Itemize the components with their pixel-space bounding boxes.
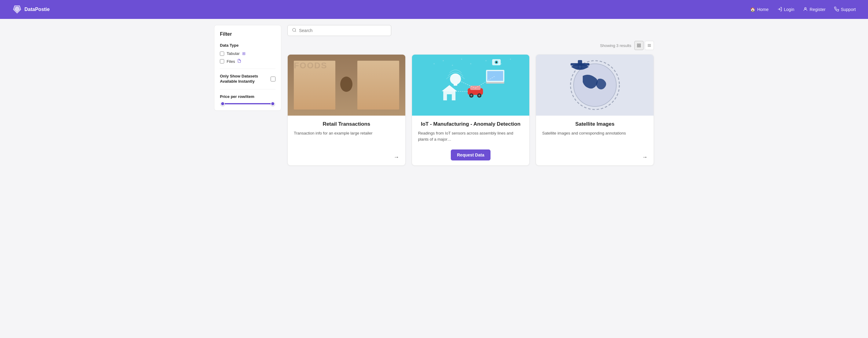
- nav-login[interactable]: Login: [777, 7, 795, 12]
- svg-point-16: [452, 65, 453, 66]
- svg-rect-6: [638, 44, 639, 45]
- svg-rect-34: [486, 82, 504, 83]
- svg-point-29: [478, 95, 480, 96]
- instantly-checkbox[interactable]: [271, 76, 276, 81]
- nav-login-label: Login: [784, 7, 795, 12]
- svg-line-5: [295, 31, 296, 32]
- svg-point-28: [470, 95, 472, 96]
- nav-home[interactable]: 🏠 Home: [750, 7, 769, 12]
- view-toggle: [634, 41, 654, 50]
- main-container: Filter Data Type Tabular ⊞ Files Only Sh…: [205, 19, 663, 172]
- login-icon: [777, 7, 782, 12]
- card-retail-image: [288, 55, 405, 115]
- card-grid: Retail Transactions Transaction info for…: [287, 54, 654, 166]
- svg-point-21: [510, 59, 511, 60]
- svg-rect-46: [570, 63, 589, 66]
- svg-rect-32: [447, 94, 452, 100]
- tabular-checkbox[interactable]: [220, 52, 224, 56]
- brand-logo-icon: [12, 5, 22, 14]
- files-label: Files: [227, 59, 235, 64]
- card-iot-title: IoT - Manufacturing - Anomaly Detection: [418, 121, 524, 127]
- brand[interactable]: DataPostie: [12, 5, 50, 14]
- nav-support-label: Support: [841, 7, 856, 12]
- svg-rect-8: [638, 46, 639, 47]
- card-retail-transactions: Retail Transactions Transaction info for…: [287, 54, 406, 166]
- filter-tabular[interactable]: Tabular ⊞: [220, 51, 276, 56]
- card-iot-body: IoT - Manufacturing - Anomaly Detection …: [412, 115, 530, 146]
- iot-illustration: [412, 55, 530, 115]
- grid-icon: [637, 43, 641, 47]
- svg-rect-7: [639, 44, 641, 45]
- list-icon: [647, 43, 651, 47]
- search-box: [287, 25, 391, 36]
- instantly-row: Only Show Datasets Available Instantly: [220, 74, 276, 84]
- satellite-illustration: [564, 58, 625, 112]
- tabular-label: Tabular: [227, 51, 240, 56]
- svg-point-19: [485, 60, 487, 61]
- svg-point-15: [442, 60, 444, 61]
- svg-point-18: [470, 63, 471, 64]
- svg-rect-9: [639, 46, 641, 47]
- card-retail-arrow[interactable]: →: [394, 154, 399, 161]
- card-retail-footer: →: [288, 151, 405, 165]
- svg-point-41: [495, 61, 497, 63]
- support-icon: [834, 7, 839, 12]
- svg-point-4: [292, 28, 296, 31]
- results-count: Showing 3 results: [600, 43, 631, 48]
- price-range-slider[interactable]: [220, 103, 276, 104]
- data-type-heading: Data Type: [220, 43, 276, 47]
- card-retail-desc: Transaction info for an example large re…: [294, 130, 399, 147]
- sidebar-title: Filter: [220, 31, 276, 37]
- tabular-icon: ⊞: [242, 51, 246, 56]
- content-area: Showing 3 results: [287, 25, 654, 166]
- search-icon: [292, 28, 297, 33]
- svg-point-17: [461, 59, 462, 60]
- range-track: [220, 103, 275, 104]
- request-data-button[interactable]: Request Data: [451, 149, 490, 161]
- svg-point-3: [804, 7, 806, 9]
- nav-register[interactable]: Register: [803, 7, 826, 12]
- results-header: Showing 3 results: [287, 41, 654, 50]
- card-satellite-image: [536, 55, 654, 115]
- nav-home-label: Home: [757, 7, 769, 12]
- range-thumb-left[interactable]: [220, 102, 225, 106]
- list-view-button[interactable]: [645, 41, 654, 50]
- card-satellite-images: Satellite Images Satellite images and co…: [536, 54, 654, 166]
- card-satellite-footer: →: [536, 151, 654, 165]
- card-iot-manufacturing: IoT - Manufacturing - Anomaly Detection …: [412, 54, 530, 166]
- price-label: Price per row/item: [220, 94, 276, 99]
- card-satellite-desc: Satellite images and corresponding annot…: [542, 130, 648, 147]
- nav-register-label: Register: [810, 7, 826, 12]
- divider-1: [220, 69, 276, 69]
- card-satellite-arrow[interactable]: →: [642, 154, 648, 161]
- card-retail-body: Retail Transactions Transaction info for…: [288, 115, 405, 151]
- sidebar: Filter Data Type Tabular ⊞ Files Only Sh…: [214, 25, 281, 111]
- card-iot-image: [412, 55, 530, 115]
- card-iot-footer: Request Data: [412, 146, 530, 165]
- nav-support[interactable]: Support: [834, 7, 856, 12]
- nav-links: 🏠 Home Login Register Support: [750, 7, 856, 12]
- card-satellite-title: Satellite Images: [542, 121, 648, 127]
- card-iot-desc: Readings from IoT sensors across assembl…: [418, 130, 524, 142]
- register-icon: [803, 7, 808, 12]
- instantly-label: Only Show Datasets Available Instantly: [220, 74, 268, 84]
- files-icon: [237, 59, 241, 64]
- range-thumb-right[interactable]: [271, 102, 275, 106]
- search-input[interactable]: [299, 28, 387, 33]
- card-satellite-body: Satellite Images Satellite images and co…: [536, 115, 654, 151]
- home-icon: 🏠: [750, 7, 755, 12]
- svg-rect-23: [454, 84, 457, 86]
- svg-point-14: [433, 63, 435, 64]
- svg-point-20: [501, 63, 502, 64]
- grid-view-button[interactable]: [634, 41, 644, 50]
- svg-line-38: [449, 91, 468, 92]
- navbar: DataPostie 🏠 Home Login Register Support: [0, 0, 868, 19]
- filter-files[interactable]: Files: [220, 59, 276, 64]
- card-retail-title: Retail Transactions: [294, 121, 399, 127]
- brand-name: DataPostie: [25, 7, 50, 12]
- search-bar-row: [287, 25, 654, 36]
- files-checkbox[interactable]: [220, 59, 224, 63]
